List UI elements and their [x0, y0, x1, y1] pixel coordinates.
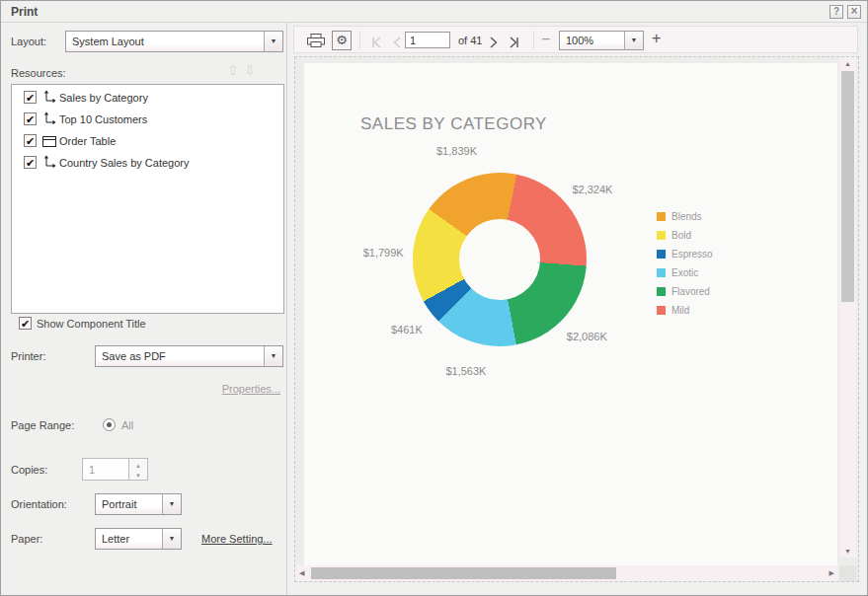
chevron-right-icon	[488, 37, 500, 48]
print-preview-area: SALES BY CATEGORY $1,839K$2,324K$2,086K$…	[294, 56, 859, 582]
move-down-button[interactable]: ⇩	[244, 62, 256, 78]
resource-list-item[interactable]: ✔Sales by Category	[12, 85, 283, 107]
panel-divider	[286, 23, 287, 596]
chevron-down-icon: ▼	[624, 32, 643, 49]
paper-select-value: Letter	[102, 533, 129, 545]
zoom-select[interactable]: 100% ▼	[559, 31, 644, 50]
previous-page-button[interactable]	[391, 35, 403, 52]
scroll-right-icon[interactable]: ▶	[829, 569, 834, 577]
slice-value-label: $1,563K	[445, 365, 486, 377]
arrow-up-icon: ⇧	[227, 62, 239, 78]
last-page-icon	[508, 37, 521, 48]
print-dialog: Print ? × Layout: System Layout ▼ Resour…	[0, 0, 868, 596]
legend-item: Mild	[657, 301, 713, 320]
vertical-scrollbar[interactable]: ▲ ▼	[839, 57, 856, 558]
resource-list-item[interactable]: ✔Order Table	[12, 128, 283, 150]
zoom-in-button[interactable]: +	[652, 31, 661, 46]
help-button[interactable]: ?	[829, 5, 843, 19]
slice-value-label: $2,324K	[572, 184, 612, 195]
legend-label: Bold	[671, 230, 691, 241]
legend-item: Bold	[657, 226, 713, 245]
legend-label: Blends	[671, 211, 702, 222]
orientation-select-value: Portrait	[102, 498, 136, 510]
resources-listbox[interactable]: ✔Sales by Category✔Top 10 Customers✔Orde…	[11, 84, 284, 314]
spinner-down-icon: ▼	[129, 471, 147, 481]
layout-select[interactable]: System Layout ▼	[65, 31, 283, 52]
show-component-title-checkbox[interactable]: ✔	[19, 317, 32, 330]
resource-checkbox[interactable]: ✔	[24, 134, 37, 147]
paper-select[interactable]: Letter ▼	[95, 528, 182, 550]
resource-label: Top 10 Customers	[59, 113, 147, 125]
preview-page: SALES BY CATEGORY $1,839K$2,324K$2,086K$…	[304, 63, 837, 566]
horizontal-scrollbar-thumb[interactable]	[311, 567, 616, 579]
legend-label: Espresso	[671, 249, 713, 260]
preview-toolbar: ⚙ of 41 − 100% ▼ +	[293, 26, 858, 53]
legend-swatch-icon	[657, 212, 666, 221]
chevron-down-icon: ▼	[162, 529, 181, 549]
chart-legend: BlendsBoldEspressoExoticFlavoredMild	[657, 207, 713, 320]
page-number-input[interactable]	[405, 32, 450, 48]
slice-value-label: $1,839K	[436, 145, 477, 157]
orientation-label: Orientation:	[11, 498, 67, 510]
donut-hole	[459, 219, 540, 300]
resource-list-item[interactable]: ✔Top 10 Customers	[12, 107, 283, 128]
chart-axis-icon	[42, 155, 56, 169]
legend-item: Espresso	[657, 245, 713, 263]
page-range-all-radio[interactable]	[103, 418, 116, 431]
legend-swatch-icon	[657, 306, 666, 315]
orientation-select[interactable]: Portrait ▼	[95, 493, 182, 515]
slice-value-label: $2,086K	[567, 331, 607, 342]
resource-checkbox[interactable]: ✔	[24, 112, 37, 125]
resource-checkbox[interactable]: ✔	[24, 91, 37, 104]
vertical-scrollbar-thumb[interactable]	[841, 71, 854, 302]
check-icon: ✔	[21, 318, 30, 330]
scroll-down-icon[interactable]: ▼	[839, 548, 856, 555]
first-page-icon	[369, 37, 383, 48]
close-button[interactable]: ×	[847, 5, 861, 19]
scroll-up-icon[interactable]: ▲	[839, 60, 856, 67]
chart-title: SALES BY CATEGORY	[360, 114, 547, 134]
legend-swatch-icon	[657, 231, 666, 240]
move-up-button[interactable]: ⇧	[227, 62, 239, 78]
legend-label: Exotic	[671, 267, 698, 278]
resource-checkbox[interactable]: ✔	[24, 156, 37, 169]
printer-icon	[306, 33, 326, 48]
slice-value-label: $461K	[391, 324, 423, 335]
chevron-down-icon: ▼	[264, 346, 282, 366]
first-page-button[interactable]	[369, 35, 383, 52]
legend-label: Flavored	[671, 286, 710, 297]
chevron-left-icon	[391, 37, 403, 48]
zoom-out-button[interactable]: −	[541, 32, 550, 47]
resource-list-item[interactable]: ✔Country Sales by Category	[12, 150, 283, 172]
legend-item: Blends	[657, 207, 713, 226]
legend-item: Exotic	[657, 263, 713, 282]
chevron-down-icon: ▼	[264, 32, 282, 51]
page-total-label: of 41	[458, 35, 482, 46]
help-icon: ?	[833, 6, 839, 17]
copies-stepper[interactable]: ▲ ▼	[129, 458, 148, 481]
chart-axis-icon	[42, 90, 56, 104]
horizontal-scrollbar[interactable]: ◀ ▶	[295, 565, 838, 581]
legend-swatch-icon	[657, 268, 666, 277]
gear-icon: ⚙	[336, 33, 348, 47]
properties-link[interactable]: Properties...	[222, 383, 280, 395]
last-page-button[interactable]	[508, 35, 521, 52]
page-range-label: Page Range:	[11, 419, 74, 431]
scroll-left-icon[interactable]: ◀	[299, 569, 304, 577]
layout-label: Layout:	[11, 36, 46, 47]
printer-select[interactable]: Save as PDF ▼	[95, 345, 283, 367]
paper-label: Paper:	[11, 533, 42, 545]
more-settings-link[interactable]: More Setting...	[201, 533, 273, 545]
layout-select-value: System Layout	[72, 36, 144, 47]
next-page-button[interactable]	[488, 35, 500, 52]
legend-label: Mild	[671, 305, 689, 316]
toolbar-divider	[533, 31, 534, 49]
settings-button[interactable]: ⚙	[332, 31, 352, 50]
copies-input[interactable]	[82, 458, 129, 481]
resource-label: Order Table	[59, 135, 116, 147]
dialog-title: Print	[11, 5, 38, 19]
copies-label: Copies:	[11, 464, 47, 476]
print-button[interactable]	[306, 33, 326, 52]
check-icon: ✔	[26, 113, 35, 125]
table-icon	[42, 136, 56, 147]
